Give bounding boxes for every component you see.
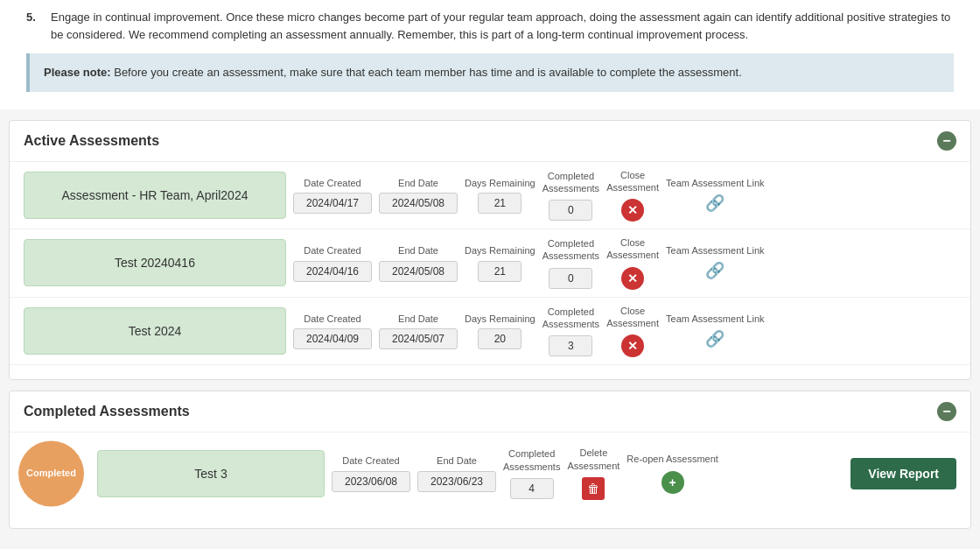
label-days: Days Remaining: [465, 177, 536, 189]
delete-btn-1[interactable]: 🗑: [582, 477, 605, 500]
comp-label-completed: CompletedAssessments: [503, 447, 560, 473]
link-icon-1[interactable]: 🔗: [705, 194, 724, 213]
value-date-created-1: 2024/04/17: [293, 193, 372, 214]
overlay-label: Completed: [26, 468, 76, 479]
label-team-link: Team Assessment Link: [666, 178, 765, 188]
note-label: Please note:: [44, 66, 111, 79]
completed-header: Completed Assessments −: [10, 391, 970, 433]
label-end-date-2: End Date: [398, 244, 438, 257]
top-section: 5. Engage in continual improvement. Once…: [0, 0, 980, 109]
close-btn-1[interactable]: ✕: [621, 199, 644, 222]
label-completed: CompletedAssessments: [542, 170, 599, 195]
completed-title: Completed Assessments: [24, 404, 190, 419]
completed-assessments-card: Completed Assessments − Completed Test 3…: [9, 391, 971, 529]
comp-label-reopen: Re-open Assessment: [626, 453, 718, 465]
comp-delete-1: DeleteAssessment 🗑: [567, 447, 620, 500]
value-end-date-1: 2024/05/08: [379, 193, 458, 214]
value-completed-2: 0: [549, 268, 592, 289]
label-close-2: CloseAssessment: [606, 236, 659, 262]
step-number: 5.: [26, 9, 44, 43]
label-team-link-2: Team Assessment Link: [666, 245, 765, 256]
step-text: Engage in continual improvement. Once th…: [51, 9, 954, 43]
label-completed-2: CompletedAssessments: [542, 237, 599, 263]
meta-completed-2: CompletedAssessments 0: [542, 237, 599, 289]
meta-date-created-2: Date Created 2024/04/16: [293, 244, 372, 281]
assessment-row: Assessment - HR Team, April2024 Date Cre…: [10, 162, 970, 230]
meta-end-date-1: End Date 2024/05/08: [379, 177, 458, 214]
meta-completed-1: CompletedAssessments 0: [542, 170, 599, 222]
step-5: 5. Engage in continual improvement. Once…: [26, 9, 954, 43]
assessment-name-2: Test 20240416: [24, 239, 286, 286]
comp-label-end-date: End Date: [437, 454, 477, 467]
active-assessments-card: Active Assessments − Assessment - HR Tea…: [9, 120, 971, 381]
comp-reopen-1: Re-open Assessment +: [626, 453, 718, 493]
label-date-created-3: Date Created: [304, 313, 360, 325]
meta-date-created-3: Date Created 2024/04/09: [293, 313, 372, 349]
value-end-date-3: 2024/05/07: [379, 328, 458, 349]
close-btn-2[interactable]: ✕: [621, 267, 644, 290]
label-completed-3: CompletedAssessments: [542, 306, 599, 331]
comp-value-completed-1: 4: [510, 478, 554, 499]
close-assessment-2: CloseAssessment ✕: [606, 236, 659, 290]
value-days-2: 21: [478, 261, 522, 282]
label-date-created-2: Date Created: [304, 244, 360, 257]
meta-days-1: Days Remaining 21: [465, 177, 536, 214]
comp-value-end-date-1: 2023/06/23: [417, 471, 496, 492]
meta-end-date-3: End Date 2024/05/07: [379, 313, 458, 349]
comp-completed-1: CompletedAssessments 4: [503, 447, 560, 499]
value-days-1: 21: [478, 193, 522, 214]
team-link-2: Team Assessment Link 🔗: [666, 245, 765, 280]
active-collapse-btn[interactable]: −: [937, 131, 956, 151]
comp-value-date-created-1: 2023/06/08: [332, 471, 410, 492]
value-end-date-2: 2024/05/08: [379, 261, 458, 282]
meta-end-date-2: End Date 2024/05/08: [379, 244, 458, 281]
label-days-2: Days Remaining: [465, 244, 536, 257]
team-link-3: Team Assessment Link 🔗: [666, 313, 765, 348]
meta-days-2: Days Remaining 21: [465, 244, 536, 281]
close-assessment-3: CloseAssessment ✕: [606, 305, 659, 358]
active-header: Active Assessments −: [10, 121, 970, 162]
label-date-created: Date Created: [304, 177, 360, 189]
meta-date-created-1: Date Created 2024/04/17: [293, 177, 372, 214]
comp-label-delete: DeleteAssessment: [567, 447, 620, 472]
completed-body: Completed Test 3 Date Created 2023/06/08…: [10, 433, 970, 514]
label-team-link-3: Team Assessment Link: [666, 313, 765, 324]
value-date-created-3: 2024/04/09: [293, 328, 372, 349]
page-wrapper: 5. Engage in continual improvement. Once…: [0, 0, 980, 529]
comp-end-date-1: End Date 2023/06/23: [417, 454, 496, 491]
link-icon-2[interactable]: 🔗: [705, 261, 724, 280]
note-box: Please note: Before you create an assess…: [26, 53, 954, 92]
active-title: Active Assessments: [24, 133, 159, 149]
assessment-row-2: Test 20240416 Date Created 2024/04/16 En…: [10, 229, 970, 298]
completed-name-1: Test 3: [97, 450, 325, 497]
meta-days-3: Days Remaining 20: [465, 313, 536, 349]
close-btn-3[interactable]: ✕: [621, 334, 644, 357]
assessment-name-1: Assessment - HR Team, April2024: [24, 172, 286, 219]
assessment-row-3: Test 2024 Date Created 2024/04/09 End Da…: [10, 298, 970, 366]
label-end-date: End Date: [398, 177, 438, 189]
label-close: CloseAssessment: [606, 169, 659, 194]
label-days-3: Days Remaining: [465, 313, 536, 325]
meta-completed-3: CompletedAssessments 3: [542, 306, 599, 357]
link-icon-3[interactable]: 🔗: [705, 329, 724, 348]
value-days-3: 20: [478, 328, 522, 349]
note-text: Before you create an assessment, make su…: [114, 66, 742, 79]
value-date-created-2: 2024/04/16: [293, 261, 372, 282]
team-link-1: Team Assessment Link 🔗: [666, 178, 765, 213]
close-assessment-1: CloseAssessment ✕: [606, 169, 659, 222]
comp-label-date-created: Date Created: [342, 454, 399, 467]
completed-row-1: Test 3 Date Created 2023/06/08 End Date …: [10, 440, 970, 507]
label-close-3: CloseAssessment: [606, 305, 659, 330]
completed-overlay: Completed: [18, 440, 84, 506]
value-completed-3: 3: [549, 335, 592, 356]
view-report-btn[interactable]: View Report: [850, 458, 956, 489]
reopen-btn-1[interactable]: +: [662, 471, 684, 494]
assessment-name-3: Test 2024: [24, 307, 286, 355]
value-completed-1: 0: [549, 200, 592, 221]
comp-date-created-1: Date Created 2023/06/08: [332, 454, 410, 491]
completed-collapse-btn[interactable]: −: [937, 402, 956, 421]
label-end-date-3: End Date: [398, 313, 438, 325]
